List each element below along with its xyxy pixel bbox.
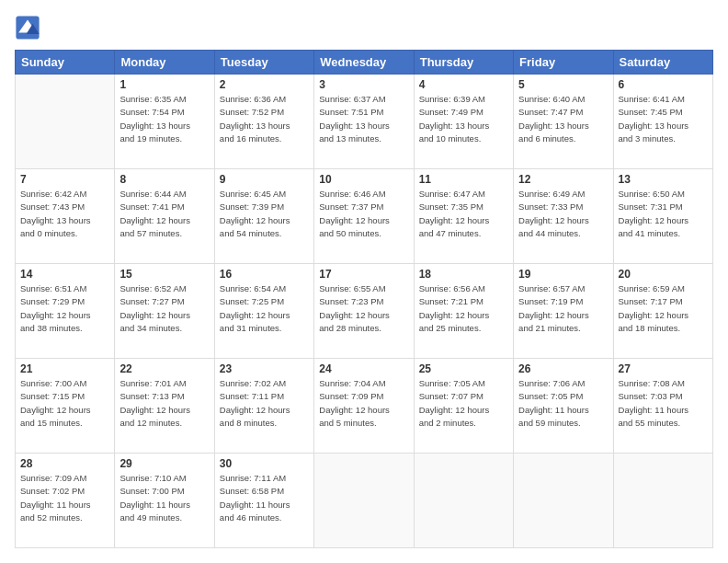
calendar-cell (314, 454, 414, 548)
day-info: Sunrise: 6:41 AM Sunset: 7:45 PM Dayligh… (619, 93, 708, 145)
calendar-week-5: 28Sunrise: 7:09 AM Sunset: 7:02 PM Dayli… (16, 454, 713, 548)
day-number: 29 (119, 457, 209, 470)
header (15, 15, 713, 40)
day-number: 16 (220, 268, 309, 281)
day-number: 1 (119, 78, 209, 91)
day-info: Sunrise: 6:36 AM Sunset: 7:52 PM Dayligh… (220, 93, 309, 145)
day-info: Sunrise: 6:55 AM Sunset: 7:23 PM Dayligh… (319, 282, 408, 335)
day-number: 15 (119, 268, 209, 281)
calendar-cell: 12Sunrise: 6:49 AM Sunset: 7:33 PM Dayli… (514, 169, 613, 264)
calendar-cell: 16Sunrise: 6:54 AM Sunset: 7:25 PM Dayli… (214, 264, 313, 359)
calendar-cell: 20Sunrise: 6:59 AM Sunset: 7:17 PM Dayli… (613, 264, 712, 359)
day-info: Sunrise: 6:51 AM Sunset: 7:29 PM Dayligh… (20, 282, 109, 335)
calendar-table: SundayMondayTuesdayWednesdayThursdayFrid… (15, 50, 713, 548)
calendar-header-monday: Monday (115, 51, 214, 75)
day-info: Sunrise: 6:39 AM Sunset: 7:49 PM Dayligh… (419, 93, 508, 145)
logo (15, 15, 44, 40)
calendar-header-thursday: Thursday (414, 51, 513, 75)
day-number: 18 (419, 268, 508, 281)
day-number: 5 (518, 78, 608, 91)
calendar-cell: 5Sunrise: 6:40 AM Sunset: 7:47 PM Daylig… (514, 75, 613, 169)
page: SundayMondayTuesdayWednesdayThursdayFrid… (0, 0, 728, 563)
day-info: Sunrise: 7:11 AM Sunset: 6:58 PM Dayligh… (220, 472, 309, 524)
day-info: Sunrise: 7:02 AM Sunset: 7:11 PM Dayligh… (220, 377, 309, 430)
day-number: 28 (20, 457, 109, 470)
calendar-cell: 25Sunrise: 7:05 AM Sunset: 7:07 PM Dayli… (414, 359, 513, 454)
calendar-week-2: 7Sunrise: 6:42 AM Sunset: 7:43 PM Daylig… (16, 169, 713, 264)
calendar-cell (414, 454, 513, 548)
day-info: Sunrise: 7:09 AM Sunset: 7:02 PM Dayligh… (20, 472, 109, 524)
calendar-cell (514, 454, 613, 548)
day-info: Sunrise: 6:47 AM Sunset: 7:35 PM Dayligh… (419, 188, 508, 240)
calendar-header-tuesday: Tuesday (214, 51, 313, 75)
calendar-cell: 15Sunrise: 6:52 AM Sunset: 7:27 PM Dayli… (115, 264, 214, 359)
day-number: 27 (619, 362, 708, 375)
calendar-header-wednesday: Wednesday (314, 51, 414, 75)
calendar-cell: 14Sunrise: 6:51 AM Sunset: 7:29 PM Dayli… (16, 264, 115, 359)
calendar-cell (16, 75, 115, 169)
day-info: Sunrise: 6:59 AM Sunset: 7:17 PM Dayligh… (619, 282, 708, 335)
day-number: 6 (619, 78, 708, 91)
calendar-cell: 23Sunrise: 7:02 AM Sunset: 7:11 PM Dayli… (214, 359, 313, 454)
day-info: Sunrise: 7:05 AM Sunset: 7:07 PM Dayligh… (419, 377, 508, 430)
day-number: 19 (518, 268, 608, 281)
day-number: 21 (20, 362, 109, 375)
day-info: Sunrise: 7:10 AM Sunset: 7:00 PM Dayligh… (119, 472, 209, 524)
logo-icon (15, 15, 40, 40)
calendar-week-3: 14Sunrise: 6:51 AM Sunset: 7:29 PM Dayli… (16, 264, 713, 359)
calendar-cell: 13Sunrise: 6:50 AM Sunset: 7:31 PM Dayli… (613, 169, 712, 264)
day-info: Sunrise: 6:49 AM Sunset: 7:33 PM Dayligh… (518, 188, 608, 240)
day-number: 12 (518, 173, 608, 186)
day-number: 7 (20, 173, 109, 186)
day-number: 13 (619, 173, 708, 186)
day-info: Sunrise: 7:00 AM Sunset: 7:15 PM Dayligh… (20, 377, 109, 430)
day-number: 22 (119, 362, 209, 375)
day-number: 10 (319, 173, 408, 186)
calendar-header-friday: Friday (514, 51, 613, 75)
day-info: Sunrise: 7:08 AM Sunset: 7:03 PM Dayligh… (619, 377, 708, 430)
day-number: 4 (419, 78, 508, 91)
day-info: Sunrise: 6:37 AM Sunset: 7:51 PM Dayligh… (319, 93, 408, 145)
calendar-header-row: SundayMondayTuesdayWednesdayThursdayFrid… (16, 51, 713, 75)
calendar-cell: 8Sunrise: 6:44 AM Sunset: 7:41 PM Daylig… (115, 169, 214, 264)
calendar-cell: 3Sunrise: 6:37 AM Sunset: 7:51 PM Daylig… (314, 75, 414, 169)
day-info: Sunrise: 6:52 AM Sunset: 7:27 PM Dayligh… (119, 282, 209, 335)
calendar-week-1: 1Sunrise: 6:35 AM Sunset: 7:54 PM Daylig… (16, 75, 713, 169)
day-info: Sunrise: 6:50 AM Sunset: 7:31 PM Dayligh… (619, 188, 708, 240)
day-info: Sunrise: 6:35 AM Sunset: 7:54 PM Dayligh… (119, 93, 209, 145)
calendar-header-saturday: Saturday (613, 51, 712, 75)
calendar-cell: 2Sunrise: 6:36 AM Sunset: 7:52 PM Daylig… (214, 75, 313, 169)
calendar-cell: 7Sunrise: 6:42 AM Sunset: 7:43 PM Daylig… (16, 169, 115, 264)
day-number: 8 (119, 173, 209, 186)
day-number: 17 (319, 268, 408, 281)
day-number: 25 (419, 362, 508, 375)
calendar-cell: 28Sunrise: 7:09 AM Sunset: 7:02 PM Dayli… (16, 454, 115, 548)
calendar-cell: 19Sunrise: 6:57 AM Sunset: 7:19 PM Dayli… (514, 264, 613, 359)
calendar-cell: 30Sunrise: 7:11 AM Sunset: 6:58 PM Dayli… (214, 454, 313, 548)
day-number: 9 (220, 173, 309, 186)
day-info: Sunrise: 6:57 AM Sunset: 7:19 PM Dayligh… (518, 282, 608, 335)
calendar-cell: 11Sunrise: 6:47 AM Sunset: 7:35 PM Dayli… (414, 169, 513, 264)
calendar-cell: 26Sunrise: 7:06 AM Sunset: 7:05 PM Dayli… (514, 359, 613, 454)
calendar-cell: 21Sunrise: 7:00 AM Sunset: 7:15 PM Dayli… (16, 359, 115, 454)
calendar-cell: 17Sunrise: 6:55 AM Sunset: 7:23 PM Dayli… (314, 264, 414, 359)
calendar-cell: 24Sunrise: 7:04 AM Sunset: 7:09 PM Dayli… (314, 359, 414, 454)
calendar-cell: 9Sunrise: 6:45 AM Sunset: 7:39 PM Daylig… (214, 169, 313, 264)
day-info: Sunrise: 6:54 AM Sunset: 7:25 PM Dayligh… (220, 282, 309, 335)
day-number: 23 (220, 362, 309, 375)
day-info: Sunrise: 7:06 AM Sunset: 7:05 PM Dayligh… (518, 377, 608, 430)
day-info: Sunrise: 6:56 AM Sunset: 7:21 PM Dayligh… (419, 282, 508, 335)
day-number: 26 (518, 362, 608, 375)
day-info: Sunrise: 6:42 AM Sunset: 7:43 PM Dayligh… (20, 188, 109, 240)
day-number: 11 (419, 173, 508, 186)
calendar-cell: 22Sunrise: 7:01 AM Sunset: 7:13 PM Dayli… (115, 359, 214, 454)
calendar-header-sunday: Sunday (16, 51, 115, 75)
calendar-week-4: 21Sunrise: 7:00 AM Sunset: 7:15 PM Dayli… (16, 359, 713, 454)
day-info: Sunrise: 6:45 AM Sunset: 7:39 PM Dayligh… (220, 188, 309, 240)
day-number: 2 (220, 78, 309, 91)
calendar-cell: 1Sunrise: 6:35 AM Sunset: 7:54 PM Daylig… (115, 75, 214, 169)
day-number: 20 (619, 268, 708, 281)
calendar-cell: 29Sunrise: 7:10 AM Sunset: 7:00 PM Dayli… (115, 454, 214, 548)
day-number: 3 (319, 78, 408, 91)
day-number: 14 (20, 268, 109, 281)
